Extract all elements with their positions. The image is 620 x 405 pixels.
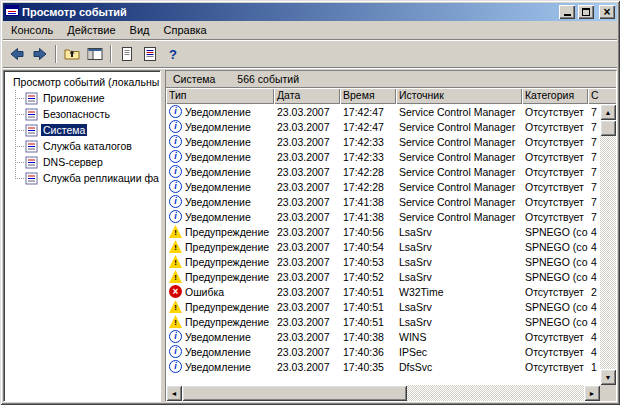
event-row[interactable]: Уведомление 23.03.2007 17:42:47 Service … bbox=[166, 104, 600, 119]
scroll-up-button[interactable] bbox=[600, 104, 616, 120]
tree-root[interactable]: Просмотр событий (локальных) bbox=[5, 74, 159, 90]
tree-item[interactable]: DNS-сервер bbox=[11, 154, 159, 170]
scroll-down-button[interactable] bbox=[600, 369, 616, 385]
column-header-4[interactable]: Категория bbox=[522, 88, 588, 104]
column-header-2[interactable]: Время bbox=[340, 88, 396, 104]
event-type: Предупреждение bbox=[185, 241, 269, 253]
forward-button[interactable] bbox=[29, 43, 51, 65]
event-id: 4 bbox=[588, 301, 600, 313]
event-row[interactable]: Предупреждение 23.03.2007 17:40:56 LsaSr… bbox=[166, 224, 600, 239]
properties-icon bbox=[119, 46, 135, 62]
event-row[interactable]: Уведомление 23.03.2007 17:42:47 Service … bbox=[166, 119, 600, 134]
event-type: Предупреждение bbox=[185, 226, 269, 238]
info-icon bbox=[169, 120, 182, 133]
event-time: 17:40:51 bbox=[340, 316, 396, 328]
tree-item[interactable]: Приложение bbox=[11, 90, 159, 106]
minimize-button[interactable] bbox=[559, 5, 575, 19]
event-date: 23.03.2007 bbox=[274, 301, 340, 313]
app-icon bbox=[5, 3, 19, 21]
column-header-row: ТипДатаВремяИсточникКатегорияС bbox=[166, 88, 616, 104]
event-row[interactable]: Предупреждение 23.03.2007 17:40:51 LsaSr… bbox=[166, 314, 600, 329]
event-type: Предупреждение bbox=[185, 301, 269, 313]
event-row[interactable]: Ошибка 23.03.2007 17:40:51 W32Time Отсут… bbox=[166, 284, 600, 299]
menu-console[interactable]: Консоль bbox=[4, 22, 60, 38]
event-type: Уведомление bbox=[185, 121, 251, 133]
event-row[interactable]: Уведомление 23.03.2007 17:42:28 Service … bbox=[166, 179, 600, 194]
event-id: 7 bbox=[588, 181, 600, 193]
event-source: Service Control Manager bbox=[396, 151, 522, 163]
tree-item[interactable]: Служба репликации файлов bbox=[11, 170, 159, 186]
event-row[interactable]: Предупреждение 23.03.2007 17:40:53 LsaSr… bbox=[166, 254, 600, 269]
event-row[interactable]: Уведомление 23.03.2007 17:41:38 Service … bbox=[166, 194, 600, 209]
up-level-button[interactable] bbox=[61, 43, 83, 65]
event-type-cell: Уведомление bbox=[166, 135, 274, 148]
event-id: 7 bbox=[588, 106, 600, 118]
event-row[interactable]: Предупреждение 23.03.2007 17:40:54 LsaSr… bbox=[166, 239, 600, 254]
menu-help[interactable]: Справка bbox=[157, 22, 214, 38]
event-row[interactable]: Уведомление 23.03.2007 17:40:38 WINS Отс… bbox=[166, 329, 600, 344]
event-date: 23.03.2007 bbox=[274, 136, 340, 148]
help-button[interactable]: ? bbox=[162, 43, 184, 65]
tree-item[interactable]: Служба каталогов bbox=[11, 138, 159, 154]
menu-view[interactable]: Вид bbox=[123, 22, 157, 38]
console-tree-icon bbox=[87, 46, 103, 62]
maximize-button[interactable] bbox=[578, 5, 594, 19]
event-time: 17:42:28 bbox=[340, 166, 396, 178]
back-button[interactable] bbox=[6, 43, 28, 65]
scroll-right-button[interactable] bbox=[584, 385, 600, 401]
event-type-cell: Уведомление bbox=[166, 180, 274, 193]
event-row[interactable]: Уведомление 23.03.2007 17:40:36 IPSec От… bbox=[166, 344, 600, 359]
event-time: 17:40:51 bbox=[340, 301, 396, 313]
event-source: Service Control Manager bbox=[396, 106, 522, 118]
vertical-scrollbar[interactable] bbox=[600, 104, 616, 385]
event-type-cell: Уведомление bbox=[166, 165, 274, 178]
horizontal-scroll-thumb[interactable] bbox=[182, 385, 407, 401]
toolbar-separator bbox=[110, 45, 112, 63]
title-bar[interactable]: Просмотр событий bbox=[3, 3, 617, 21]
event-log-icon bbox=[25, 156, 38, 169]
scroll-left-button[interactable] bbox=[166, 385, 182, 401]
console-tree: Просмотр событий (локальных) Приложение … bbox=[3, 70, 161, 402]
event-category: SPNEGO (со... bbox=[522, 316, 588, 328]
event-row[interactable]: Предупреждение 23.03.2007 17:40:51 LsaSr… bbox=[166, 299, 600, 314]
event-date: 23.03.2007 bbox=[274, 331, 340, 343]
event-row[interactable]: Уведомление 23.03.2007 17:41:38 Service … bbox=[166, 209, 600, 224]
menu-bar: Консоль Действие Вид Справка bbox=[3, 21, 617, 39]
menu-action[interactable]: Действие bbox=[60, 22, 122, 38]
horizontal-scroll-track[interactable] bbox=[182, 385, 584, 401]
event-date: 23.03.2007 bbox=[274, 121, 340, 133]
event-row[interactable]: Уведомление 23.03.2007 17:42:33 Service … bbox=[166, 149, 600, 164]
vertical-scroll-thumb[interactable] bbox=[600, 120, 616, 136]
event-id: 7 bbox=[588, 196, 600, 208]
event-row[interactable]: Уведомление 23.03.2007 17:42:28 Service … bbox=[166, 164, 600, 179]
show-tree-button[interactable] bbox=[84, 43, 106, 65]
event-row[interactable]: Уведомление 23.03.2007 17:40:35 DfsSvc О… bbox=[166, 359, 600, 374]
event-time: 17:40:53 bbox=[340, 256, 396, 268]
column-header-5[interactable]: С bbox=[588, 88, 616, 104]
column-header-3[interactable]: Источник bbox=[396, 88, 522, 104]
column-header-1[interactable]: Дата bbox=[274, 88, 340, 104]
horizontal-scrollbar[interactable] bbox=[166, 385, 600, 401]
export-list-button[interactable] bbox=[139, 43, 161, 65]
column-header-0[interactable]: Тип bbox=[166, 88, 274, 104]
info-icon bbox=[169, 105, 182, 118]
maximize-icon bbox=[582, 8, 590, 16]
event-source: IPSec bbox=[396, 346, 522, 358]
close-button[interactable] bbox=[599, 5, 615, 19]
info-icon bbox=[169, 360, 182, 373]
properties-button[interactable] bbox=[116, 43, 138, 65]
tree-item[interactable]: Безопасность bbox=[11, 106, 159, 122]
event-log-icon bbox=[25, 172, 38, 185]
tree-item[interactable]: Система bbox=[11, 122, 159, 138]
vertical-scroll-track[interactable] bbox=[600, 120, 616, 369]
event-row[interactable]: Уведомление 23.03.2007 17:42:33 Service … bbox=[166, 134, 600, 149]
event-row[interactable]: Предупреждение 23.03.2007 17:40:52 LsaSr… bbox=[166, 269, 600, 284]
event-source: Service Control Manager bbox=[396, 136, 522, 148]
event-category: Отсутствует bbox=[522, 196, 588, 208]
toolbar-content-divider bbox=[3, 67, 617, 69]
event-category: Отсутствует bbox=[522, 151, 588, 163]
event-time: 17:41:38 bbox=[340, 196, 396, 208]
event-time: 17:40:36 bbox=[340, 346, 396, 358]
event-id: 4 bbox=[588, 241, 600, 253]
scrollbar-corner bbox=[600, 385, 616, 401]
